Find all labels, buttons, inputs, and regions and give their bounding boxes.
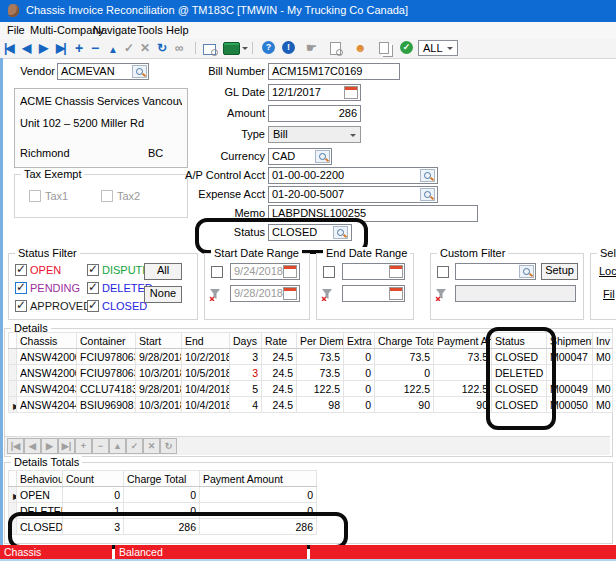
start-date-filter-funnel-icon[interactable] xyxy=(209,287,223,301)
last-record-icon[interactable]: ▶| xyxy=(56,41,65,55)
pending-checkbox[interactable] xyxy=(15,282,27,294)
totals-row-open[interactable]: OPEN0 00 xyxy=(9,487,317,503)
details-row-3[interactable]: ANSW420439CCLU7418308 9/28/201810/4/2018… xyxy=(9,381,613,397)
custom-filter-group: Custom Filter Setup xyxy=(430,253,584,320)
menu-file[interactable]: File xyxy=(7,24,25,36)
deleted-checkbox[interactable] xyxy=(87,282,99,294)
ap-control-acct-lookup-icon[interactable] xyxy=(420,169,435,182)
binoculars-find-icon[interactable]: ∞ xyxy=(175,41,184,55)
custom-filter-checkbox[interactable] xyxy=(437,266,449,278)
location-link[interactable]: Loca xyxy=(599,265,616,277)
all-button[interactable]: All xyxy=(144,263,182,280)
menu-help[interactable]: Help xyxy=(166,24,189,36)
amount-input[interactable]: 286 xyxy=(268,105,361,122)
toolbar-filter-combobox[interactable]: ALL xyxy=(418,40,458,56)
vendor-address-line1: ACME Chassis Services Vancouver (Ver xyxy=(20,95,182,107)
tax1-checkbox[interactable] xyxy=(29,190,41,202)
end-date-filter-funnel-icon[interactable] xyxy=(321,287,335,301)
type-combobox[interactable]: Bill xyxy=(268,126,361,143)
grid-edit-record-button[interactable]: ▲ xyxy=(109,438,126,454)
vendor-address-province: BC xyxy=(148,147,163,159)
start-date-range-group: Start Date Range 9/24/2018 9/28/2018 xyxy=(204,253,310,320)
start-date-to-calendar-icon[interactable] xyxy=(283,287,297,300)
details-row-4-selected[interactable]: ANSW420442BSIU969081 10/3/201810/4/2018 … xyxy=(9,397,613,413)
grid-last-record-button[interactable]: ▶| xyxy=(58,438,75,454)
tax-exempt-group: Tax Exempt Tax1 Tax2 xyxy=(14,174,188,218)
filter-link[interactable]: Fil xyxy=(603,288,615,300)
status-lookup-icon[interactable] xyxy=(333,226,348,239)
copy-icon[interactable] xyxy=(379,42,389,54)
screen-view-icon[interactable] xyxy=(223,42,240,55)
edit-record-icon[interactable]: ▲ xyxy=(108,43,118,57)
details-header-row[interactable]: ChassisContainer StartEnd DaysRate Per D… xyxy=(9,333,613,349)
approved-checkbox[interactable] xyxy=(15,300,27,312)
grid-next-record-button[interactable]: ▶ xyxy=(41,438,58,454)
details-totals-grid[interactable]: BehaviourCount Charge TotalPayment Amoun… xyxy=(8,470,317,535)
memo-input[interactable]: LABPDNSL100255 xyxy=(268,205,478,222)
help-icon[interactable]: ? xyxy=(262,41,275,54)
tax2-checkbox[interactable] xyxy=(101,190,113,202)
details-row-2[interactable]: ANSW420004FCIU978063 10/3/201810/5/2018 … xyxy=(9,365,613,381)
prior-record-icon[interactable]: ◀ xyxy=(22,41,31,55)
grid-refresh-button[interactable]: ↻ xyxy=(160,438,177,454)
menu-tools[interactable]: Tools xyxy=(137,24,163,36)
user-security-icon[interactable]: ☻ xyxy=(354,41,367,55)
days-alert-cell: 3 xyxy=(230,365,262,381)
expense-acct-lookup-icon[interactable] xyxy=(420,188,435,201)
start-date-range-checkbox[interactable] xyxy=(211,266,223,278)
gl-date-calendar-icon[interactable] xyxy=(344,86,358,99)
end-date-range-title: End Date Range xyxy=(323,247,410,259)
chevron-down-icon xyxy=(447,47,453,53)
details-totals-title: Details Totals xyxy=(11,456,82,468)
details-grid[interactable]: ChassisContainer StartEnd DaysRate Per D… xyxy=(8,332,613,413)
currency-lookup-icon[interactable] xyxy=(315,150,330,163)
end-date-from-calendar-icon[interactable] xyxy=(389,265,403,278)
start-date-from-calendar-icon[interactable] xyxy=(283,265,297,278)
vendor-label: Vendor xyxy=(10,65,55,77)
cancel-edit-icon[interactable]: ✕ xyxy=(140,41,150,55)
none-button[interactable]: None xyxy=(144,286,182,303)
details-row-1[interactable]: ANSW420004FCIU978063 9/28/201810/2/2018 … xyxy=(9,349,613,365)
type-value: Bill xyxy=(273,128,288,140)
vendor-address-line2: Unit 102 – 5200 Miller Rd xyxy=(20,117,182,129)
preview-document-icon[interactable] xyxy=(330,42,341,55)
screen-view-dropdown-icon[interactable] xyxy=(242,47,248,53)
tax-exempt-title: Tax Exempt xyxy=(21,168,84,180)
vendor-lookup-icon[interactable] xyxy=(132,65,147,78)
print-icon[interactable] xyxy=(203,44,216,55)
end-date-range-checkbox[interactable] xyxy=(323,266,335,278)
custom-filter-lookup-icon[interactable] xyxy=(519,265,534,278)
end-date-to-calendar-icon[interactable] xyxy=(389,287,403,300)
start-date-range-title: Start Date Range xyxy=(211,247,302,259)
closed-checkbox[interactable] xyxy=(87,300,99,312)
ap-control-acct-input[interactable]: 01-00-00-2200 xyxy=(268,167,438,184)
grid-insert-record-button[interactable]: + xyxy=(75,438,92,454)
next-record-icon[interactable]: ▶ xyxy=(39,41,48,55)
open-checkbox[interactable] xyxy=(15,264,27,276)
status-filter-group: Status Filter OPEN PENDING APPROVED DISP… xyxy=(8,253,198,320)
insert-record-icon[interactable]: + xyxy=(75,41,83,55)
dispute-checkbox[interactable] xyxy=(87,264,99,276)
totals-row-deleted[interactable]: DELETED1 00 xyxy=(9,503,317,519)
delete-record-icon[interactable]: − xyxy=(91,41,99,55)
ok-check-icon[interactable]: ✓ xyxy=(400,41,413,54)
statusbar-panel-balanced: Balanced xyxy=(115,545,307,559)
refresh-icon[interactable]: ↻ xyxy=(157,41,167,55)
info-icon[interactable]: ! xyxy=(282,41,295,54)
setup-button[interactable]: Setup xyxy=(541,263,578,280)
first-record-icon[interactable]: |◀ xyxy=(4,41,13,55)
menu-navigate[interactable]: Navigate xyxy=(93,24,136,36)
details-grid-navigator: |◀ ◀ ▶ ▶| + − ▲ ✓ ✕ ↻ xyxy=(5,436,610,455)
grid-post-edit-button[interactable]: ✓ xyxy=(126,438,143,454)
grid-first-record-button[interactable]: |◀ xyxy=(7,438,24,454)
hand-sign-icon[interactable]: ☛ xyxy=(306,41,317,55)
grid-cancel-edit-button[interactable]: ✕ xyxy=(143,438,160,454)
bill-number-input[interactable]: ACM15M17C0169 xyxy=(268,63,400,80)
memo-label: Memo xyxy=(170,207,265,219)
grid-prior-record-button[interactable]: ◀ xyxy=(24,438,41,454)
expense-acct-input[interactable]: 01-20-00-5007 xyxy=(268,186,438,203)
grid-delete-record-button[interactable]: − xyxy=(92,438,109,454)
totals-row-closed[interactable]: CLOSED3 286286 xyxy=(9,519,317,535)
custom-filter-funnel-icon[interactable] xyxy=(435,287,449,301)
post-edit-icon[interactable]: ✓ xyxy=(124,41,134,55)
